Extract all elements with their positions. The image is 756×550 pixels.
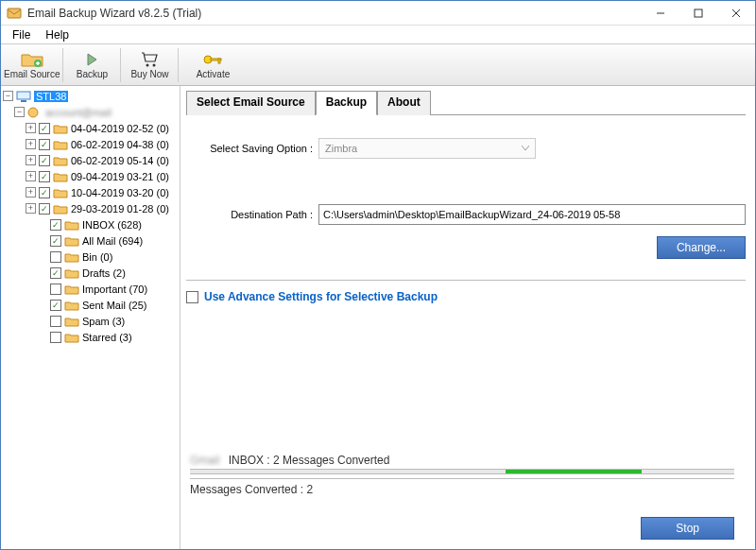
tree-spacer bbox=[37, 219, 47, 230]
tree-folder-node[interactable]: ✓All Mail (694) bbox=[1, 232, 180, 249]
app-icon bbox=[7, 6, 22, 21]
maximize-button[interactable] bbox=[679, 1, 717, 26]
folder-tree[interactable]: − STL38 − account@mail +✓04-04-2019 02-5… bbox=[1, 86, 180, 549]
menu-file[interactable]: File bbox=[5, 26, 38, 43]
toolbar-separator bbox=[178, 48, 179, 82]
saving-option-row: Select Saving Option : Zimbra bbox=[186, 138, 746, 159]
titlebar-left: Email Backup Wizard v8.2.5 (Trial) bbox=[1, 6, 201, 21]
tree-node-label[interactable]: Starred (3) bbox=[82, 332, 132, 343]
tree-folder-node[interactable]: Spam (3) bbox=[1, 313, 180, 329]
tree-checkbox[interactable]: ✓ bbox=[39, 123, 50, 134]
expand-icon[interactable]: + bbox=[26, 187, 36, 198]
svg-rect-10 bbox=[218, 59, 220, 63]
close-button[interactable] bbox=[717, 1, 755, 26]
svg-point-13 bbox=[28, 108, 38, 117]
expand-icon[interactable]: + bbox=[26, 155, 36, 165]
tree-folder-node[interactable]: Starred (3) bbox=[1, 329, 180, 345]
expand-icon[interactable]: + bbox=[26, 123, 36, 133]
tree-node-label[interactable]: 10-04-2019 03-20 (0) bbox=[71, 187, 169, 198]
buy-now-button[interactable]: Buy Now bbox=[123, 45, 176, 85]
folder-icon bbox=[64, 218, 79, 232]
tree-date-node[interactable]: +✓29-03-2019 01-28 (0) bbox=[1, 200, 180, 216]
tree-spacer bbox=[37, 267, 47, 278]
tree-date-node[interactable]: +✓04-04-2019 02-52 (0) bbox=[1, 120, 180, 136]
expand-icon[interactable]: + bbox=[26, 203, 36, 214]
saving-option-select[interactable]: Zimbra bbox=[318, 138, 536, 159]
toolbar-separator bbox=[120, 48, 121, 82]
change-button[interactable]: Change... bbox=[657, 236, 746, 259]
tree-checkbox[interactable]: ✓ bbox=[50, 219, 61, 231]
tree-node-label[interactable]: Spam (3) bbox=[82, 316, 125, 327]
tab-backup[interactable]: Backup bbox=[316, 91, 377, 115]
activate-button[interactable]: Activate bbox=[186, 45, 239, 85]
tree-node-label[interactable]: 09-04-2019 03-21 (0) bbox=[71, 171, 169, 182]
key-icon bbox=[202, 50, 223, 69]
saving-option-value: Zimbra bbox=[325, 143, 357, 154]
tree-checkbox[interactable] bbox=[50, 284, 61, 295]
tree-checkbox[interactable]: ✓ bbox=[39, 171, 50, 182]
tree-checkbox[interactable] bbox=[50, 251, 61, 263]
tree-node-label[interactable]: Bin (0) bbox=[82, 251, 112, 263]
tree-folder-node[interactable]: Bin (0) bbox=[1, 249, 180, 265]
collapse-icon[interactable]: − bbox=[14, 107, 25, 117]
tree-node-label[interactable]: INBOX (628) bbox=[82, 219, 142, 231]
chevron-down-icon bbox=[522, 146, 529, 151]
tree-checkbox[interactable]: ✓ bbox=[50, 300, 61, 311]
divider bbox=[186, 280, 746, 281]
tree-node-label[interactable]: Drafts (2) bbox=[82, 267, 126, 279]
progress-bar bbox=[190, 469, 734, 474]
tree-node-label[interactable]: Important (70) bbox=[82, 284, 147, 295]
tree-node-label[interactable]: 06-02-2019 04-38 (0) bbox=[71, 139, 169, 150]
folder-icon bbox=[64, 234, 79, 248]
change-row: Change... bbox=[186, 236, 746, 259]
content-panel: Select Email Source Backup About Select … bbox=[180, 86, 755, 549]
tree-root[interactable]: − STL38 bbox=[1, 88, 180, 104]
destination-path-input[interactable] bbox=[318, 204, 746, 225]
tree-checkbox[interactable]: ✓ bbox=[50, 235, 61, 247]
folder-icon bbox=[53, 138, 68, 151]
tree-checkbox[interactable] bbox=[50, 316, 61, 327]
collapse-icon[interactable]: − bbox=[3, 91, 13, 101]
tree-folder-node[interactable]: ✓Drafts (2) bbox=[1, 265, 180, 281]
play-icon bbox=[84, 50, 99, 69]
tree-folder-node[interactable]: Important (70) bbox=[1, 281, 180, 297]
tree-folder-node[interactable]: ✓Sent Mail (25) bbox=[1, 297, 180, 313]
expand-icon[interactable]: + bbox=[26, 139, 36, 149]
advance-settings-row: Use Advance Settings for Selective Backu… bbox=[186, 290, 746, 303]
tab-select-email-source[interactable]: Select Email Source bbox=[186, 91, 316, 115]
tree-date-node[interactable]: +✓09-04-2019 03-21 (0) bbox=[1, 168, 180, 184]
progress-block: Gmail INBOX : 2 Messages Converted Messa… bbox=[190, 454, 734, 496]
tree-node-label[interactable]: All Mail (694) bbox=[82, 235, 143, 247]
tab-about[interactable]: About bbox=[377, 91, 431, 115]
backup-button[interactable]: Backup bbox=[65, 45, 118, 85]
tree-checkbox[interactable]: ✓ bbox=[39, 203, 50, 215]
expand-icon[interactable]: + bbox=[26, 171, 36, 181]
folder-icon bbox=[64, 331, 79, 344]
tree-node-label[interactable]: 04-04-2019 02-52 (0) bbox=[71, 123, 169, 134]
menu-help[interactable]: Help bbox=[38, 26, 77, 43]
tree-root-label[interactable]: STL38 bbox=[34, 91, 68, 102]
tree-date-node[interactable]: +✓06-02-2019 04-38 (0) bbox=[1, 136, 180, 152]
tree-node-label[interactable]: Sent Mail (25) bbox=[82, 300, 146, 311]
tree-checkbox[interactable] bbox=[50, 332, 61, 343]
tree-node-label[interactable]: 29-03-2019 01-28 (0) bbox=[71, 203, 169, 215]
progress-fill bbox=[506, 470, 642, 473]
svg-point-6 bbox=[146, 64, 149, 67]
advance-settings-label[interactable]: Use Advance Settings for Selective Backu… bbox=[204, 290, 438, 303]
tree-spacer bbox=[37, 284, 47, 294]
tree-account[interactable]: − account@mail bbox=[1, 104, 180, 120]
tree-date-node[interactable]: +✓10-04-2019 03-20 (0) bbox=[1, 184, 180, 200]
advance-settings-checkbox[interactable] bbox=[186, 291, 198, 303]
tree-folder-node[interactable]: ✓INBOX (628) bbox=[1, 216, 180, 232]
tree-checkbox[interactable]: ✓ bbox=[39, 187, 50, 198]
email-source-button[interactable]: Email Source bbox=[3, 45, 60, 85]
tree-node-label[interactable]: 06-02-2019 05-14 (0) bbox=[71, 155, 169, 166]
stop-button[interactable]: Stop bbox=[641, 517, 734, 540]
tree-checkbox[interactable]: ✓ bbox=[39, 139, 50, 150]
folder-icon bbox=[53, 170, 68, 183]
minimize-button[interactable] bbox=[642, 1, 679, 26]
tree-date-node[interactable]: +✓06-02-2019 05-14 (0) bbox=[1, 152, 180, 168]
progress-source: Gmail bbox=[190, 454, 219, 467]
tree-checkbox[interactable]: ✓ bbox=[50, 267, 61, 279]
tree-checkbox[interactable]: ✓ bbox=[39, 155, 50, 166]
